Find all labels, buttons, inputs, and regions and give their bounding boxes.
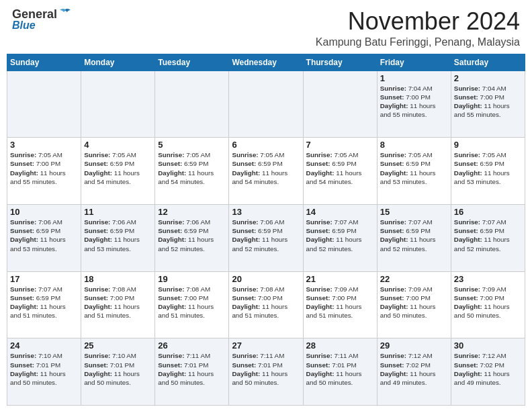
calendar-cell: 9Sunrise: 7:05 AMSunset: 6:59 PMDaylight… <box>451 138 525 205</box>
day-info: Sunrise: 7:07 AMSunset: 6:59 PMDaylight:… <box>10 285 78 320</box>
day-number: 14 <box>306 207 374 217</box>
weekday-header-friday: Friday <box>377 54 451 71</box>
title-block: November 2024 Kampung Batu Feringgi, Pen… <box>316 8 520 48</box>
day-number: 25 <box>84 340 152 351</box>
calendar-cell: 22Sunrise: 7:09 AMSunset: 7:00 PMDayligh… <box>377 271 451 338</box>
day-number: 19 <box>158 274 226 284</box>
day-info: Sunrise: 7:06 AMSunset: 6:59 PMDaylight:… <box>158 218 226 253</box>
calendar-cell: 16Sunrise: 7:07 AMSunset: 6:59 PMDayligh… <box>451 204 525 271</box>
day-number: 8 <box>380 140 448 150</box>
day-number: 11 <box>84 207 152 217</box>
day-info: Sunrise: 7:05 AMSunset: 6:59 PMDaylight:… <box>380 150 448 186</box>
calendar-cell <box>155 71 229 138</box>
day-info: Sunrise: 7:05 AMSunset: 6:59 PMDaylight:… <box>84 150 152 186</box>
day-number: 29 <box>380 340 448 351</box>
day-number: 22 <box>380 274 448 284</box>
calendar-cell: 5Sunrise: 7:05 AMSunset: 6:59 PMDaylight… <box>155 138 229 205</box>
day-number: 1 <box>380 73 448 83</box>
day-number: 20 <box>232 274 300 284</box>
day-number: 17 <box>10 274 78 284</box>
day-number: 10 <box>10 207 78 217</box>
day-info: Sunrise: 7:09 AMSunset: 7:00 PMDaylight:… <box>454 285 522 320</box>
calendar-week-row: 24Sunrise: 7:10 AMSunset: 7:01 PMDayligh… <box>7 338 525 406</box>
calendar-table: SundayMondayTuesdayWednesdayThursdayFrid… <box>7 54 525 406</box>
calendar-cell: 18Sunrise: 7:08 AMSunset: 7:00 PMDayligh… <box>81 271 155 338</box>
calendar-cell: 26Sunrise: 7:11 AMSunset: 7:01 PMDayligh… <box>155 338 229 406</box>
day-info: Sunrise: 7:07 AMSunset: 6:59 PMDaylight:… <box>454 218 522 253</box>
day-info: Sunrise: 7:05 AMSunset: 6:59 PMDaylight:… <box>232 150 300 186</box>
calendar-cell: 6Sunrise: 7:05 AMSunset: 6:59 PMDaylight… <box>229 138 303 205</box>
calendar-cell: 10Sunrise: 7:06 AMSunset: 6:59 PMDayligh… <box>7 204 81 271</box>
logo-blue-text: Blue <box>12 20 36 31</box>
day-info: Sunrise: 7:05 AMSunset: 6:59 PMDaylight:… <box>306 150 374 186</box>
calendar-cell: 2Sunrise: 7:04 AMSunset: 7:00 PMDaylight… <box>451 71 525 138</box>
day-number: 7 <box>306 140 374 150</box>
calendar-cell: 20Sunrise: 7:08 AMSunset: 7:00 PMDayligh… <box>229 271 303 338</box>
day-number: 21 <box>306 274 374 284</box>
day-info: Sunrise: 7:11 AMSunset: 7:01 PMDaylight:… <box>158 351 226 387</box>
calendar-cell: 29Sunrise: 7:12 AMSunset: 7:02 PMDayligh… <box>377 338 451 406</box>
calendar-cell <box>229 71 303 138</box>
day-info: Sunrise: 7:10 AMSunset: 7:01 PMDaylight:… <box>10 351 78 387</box>
calendar-week-row: 17Sunrise: 7:07 AMSunset: 6:59 PMDayligh… <box>7 271 525 338</box>
day-info: Sunrise: 7:12 AMSunset: 7:02 PMDaylight:… <box>454 351 522 387</box>
day-info: Sunrise: 7:11 AMSunset: 7:01 PMDaylight:… <box>232 351 300 387</box>
weekday-header-wednesday: Wednesday <box>229 54 303 71</box>
calendar-cell: 3Sunrise: 7:05 AMSunset: 7:00 PMDaylight… <box>7 138 81 205</box>
day-info: Sunrise: 7:10 AMSunset: 7:01 PMDaylight:… <box>84 351 152 387</box>
day-number: 28 <box>306 340 374 351</box>
calendar-cell: 23Sunrise: 7:09 AMSunset: 7:00 PMDayligh… <box>451 271 525 338</box>
calendar-cell: 17Sunrise: 7:07 AMSunset: 6:59 PMDayligh… <box>7 271 81 338</box>
weekday-header-saturday: Saturday <box>451 54 525 71</box>
day-info: Sunrise: 7:04 AMSunset: 7:00 PMDaylight:… <box>454 84 522 120</box>
day-number: 30 <box>454 340 522 351</box>
day-info: Sunrise: 7:09 AMSunset: 7:00 PMDaylight:… <box>380 285 448 320</box>
weekday-header-monday: Monday <box>81 54 155 71</box>
calendar-cell: 21Sunrise: 7:09 AMSunset: 7:00 PMDayligh… <box>303 271 377 338</box>
day-info: Sunrise: 7:04 AMSunset: 7:00 PMDaylight:… <box>380 84 448 120</box>
day-info: Sunrise: 7:08 AMSunset: 7:00 PMDaylight:… <box>158 285 226 320</box>
day-info: Sunrise: 7:07 AMSunset: 6:59 PMDaylight:… <box>306 218 374 253</box>
weekday-header-row: SundayMondayTuesdayWednesdayThursdayFrid… <box>7 54 525 71</box>
calendar-cell: 27Sunrise: 7:11 AMSunset: 7:01 PMDayligh… <box>229 338 303 406</box>
day-number: 23 <box>454 274 522 284</box>
day-number: 26 <box>158 340 226 351</box>
calendar-cell <box>7 71 81 138</box>
calendar-cell: 25Sunrise: 7:10 AMSunset: 7:01 PMDayligh… <box>81 338 155 406</box>
day-info: Sunrise: 7:06 AMSunset: 6:59 PMDaylight:… <box>232 218 300 253</box>
weekday-header-thursday: Thursday <box>303 54 377 71</box>
calendar-cell: 1Sunrise: 7:04 AMSunset: 7:00 PMDaylight… <box>377 71 451 138</box>
calendar-cell: 14Sunrise: 7:07 AMSunset: 6:59 PMDayligh… <box>303 204 377 271</box>
calendar-cell: 12Sunrise: 7:06 AMSunset: 6:59 PMDayligh… <box>155 204 229 271</box>
logo-general-text: General <box>12 8 57 20</box>
calendar-cell <box>303 71 377 138</box>
calendar-cell: 30Sunrise: 7:12 AMSunset: 7:02 PMDayligh… <box>451 338 525 406</box>
day-info: Sunrise: 7:07 AMSunset: 6:59 PMDaylight:… <box>380 218 448 253</box>
calendar-cell: 28Sunrise: 7:11 AMSunset: 7:01 PMDayligh… <box>303 338 377 406</box>
calendar-cell: 24Sunrise: 7:10 AMSunset: 7:01 PMDayligh… <box>7 338 81 406</box>
day-number: 24 <box>10 340 78 351</box>
month-title: November 2024 <box>316 8 520 35</box>
calendar-cell: 4Sunrise: 7:05 AMSunset: 6:59 PMDaylight… <box>81 138 155 205</box>
day-info: Sunrise: 7:12 AMSunset: 7:02 PMDaylight:… <box>380 351 448 387</box>
header: General Blue November 2024 Kampung Batu … <box>0 0 532 51</box>
day-number: 16 <box>454 207 522 217</box>
calendar-week-row: 1Sunrise: 7:04 AMSunset: 7:00 PMDaylight… <box>7 71 525 138</box>
weekday-header-tuesday: Tuesday <box>155 54 229 71</box>
calendar-cell: 13Sunrise: 7:06 AMSunset: 6:59 PMDayligh… <box>229 204 303 271</box>
day-info: Sunrise: 7:06 AMSunset: 6:59 PMDaylight:… <box>10 218 78 253</box>
calendar-week-row: 10Sunrise: 7:06 AMSunset: 6:59 PMDayligh… <box>7 204 525 271</box>
calendar-cell: 11Sunrise: 7:06 AMSunset: 6:59 PMDayligh… <box>81 204 155 271</box>
day-number: 15 <box>380 207 448 217</box>
calendar-cell: 8Sunrise: 7:05 AMSunset: 6:59 PMDaylight… <box>377 138 451 205</box>
calendar-cell <box>81 71 155 138</box>
day-info: Sunrise: 7:09 AMSunset: 7:00 PMDaylight:… <box>306 285 374 320</box>
weekday-header-sunday: Sunday <box>7 54 81 71</box>
day-number: 6 <box>232 140 300 150</box>
page: General Blue November 2024 Kampung Batu … <box>0 0 532 411</box>
day-number: 3 <box>10 140 78 150</box>
day-number: 5 <box>158 140 226 150</box>
logo: General Blue <box>12 8 72 31</box>
logo-bird-icon <box>58 8 72 19</box>
day-info: Sunrise: 7:08 AMSunset: 7:00 PMDaylight:… <box>84 285 152 320</box>
